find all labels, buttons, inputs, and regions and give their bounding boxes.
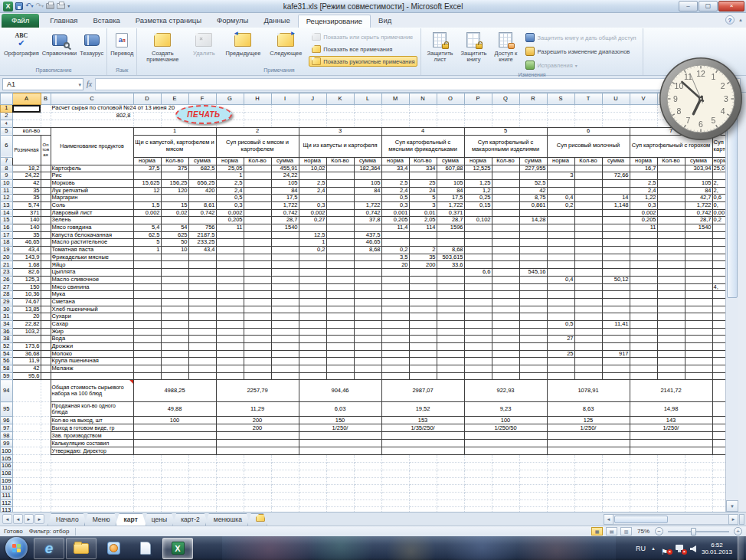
cell[interactable] <box>685 365 712 373</box>
cell[interactable] <box>41 283 51 291</box>
cell[interactable] <box>133 306 161 313</box>
cell[interactable] <box>602 261 630 269</box>
column-header-V[interactable]: V <box>630 93 657 105</box>
row-header-110[interactable]: 110 <box>1 485 13 493</box>
cell[interactable] <box>188 492 216 499</box>
column-header-H[interactable]: H <box>244 93 271 105</box>
cell[interactable] <box>41 224 51 232</box>
cell[interactable] <box>437 172 464 180</box>
cell[interactable]: 140 <box>12 224 41 232</box>
cell[interactable] <box>326 358 354 365</box>
summary-value-cell[interactable]: 153 <box>381 417 464 424</box>
scroll-left-icon[interactable]: ◄ <box>604 514 613 525</box>
cell[interactable] <box>409 328 437 336</box>
summary-value-cell[interactable] <box>133 440 216 447</box>
cell[interactable] <box>657 320 685 328</box>
zoom-level[interactable]: 75% <box>637 528 649 535</box>
dish-name[interactable]: Суп картофельный с мясными фрикадельками <box>381 135 464 157</box>
cell[interactable] <box>244 224 271 232</box>
cell[interactable] <box>437 358 464 365</box>
cell[interactable] <box>492 113 519 120</box>
cell[interactable] <box>326 113 354 120</box>
minimize-button[interactable]: – <box>679 1 698 11</box>
cell[interactable] <box>161 298 188 306</box>
cell[interactable] <box>244 276 271 283</box>
next-sheet-icon[interactable]: ► <box>24 514 34 524</box>
cell[interactable] <box>657 372 685 380</box>
row-header-7[interactable]: 7 <box>1 157 13 165</box>
cell[interactable]: 5 <box>409 195 437 202</box>
cell[interactable] <box>519 172 547 180</box>
cell[interactable] <box>188 358 216 365</box>
cell[interactable] <box>492 224 519 232</box>
cell[interactable] <box>299 463 326 470</box>
cell[interactable] <box>354 477 381 485</box>
subcolumn-header[interactable]: норма <box>630 157 657 165</box>
cell[interactable]: 17,5 <box>437 195 464 202</box>
cell[interactable]: 371 <box>12 209 41 217</box>
cell[interactable] <box>244 187 271 195</box>
cell[interactable]: 16,7 <box>630 165 657 172</box>
cell[interactable]: 35 <box>12 231 41 239</box>
cell[interactable] <box>133 113 161 120</box>
cell[interactable] <box>244 254 271 261</box>
row-header-26[interactable]: 26 <box>1 276 13 283</box>
summary-value-cell[interactable] <box>216 447 299 455</box>
cell[interactable] <box>216 372 244 380</box>
cell[interactable]: 2187,5 <box>188 231 216 239</box>
product-name-cell[interactable]: Фрикадельки мясные <box>51 254 133 261</box>
cell[interactable] <box>685 463 712 470</box>
summary-label-cell[interactable]: Утверждаю: Директор <box>51 447 133 455</box>
cell[interactable] <box>602 165 630 172</box>
cell[interactable] <box>574 195 602 202</box>
cell[interactable] <box>630 485 657 493</box>
taskbar-media-player-button[interactable] <box>98 538 129 559</box>
cell[interactable] <box>161 372 188 380</box>
cell[interactable] <box>547 291 574 299</box>
cell[interactable]: 15,625 <box>133 179 161 187</box>
cell[interactable] <box>271 306 299 313</box>
cell[interactable] <box>437 343 464 351</box>
cell[interactable] <box>602 298 630 306</box>
column-header-U[interactable]: U <box>602 93 630 105</box>
cell[interactable] <box>657 499 685 507</box>
cell[interactable]: 20 <box>381 261 409 269</box>
cell[interactable] <box>216 328 244 336</box>
column-header-F[interactable]: F <box>188 93 216 105</box>
cell[interactable] <box>574 172 602 180</box>
cell[interactable]: 1 <box>299 239 326 247</box>
cell[interactable]: 35 <box>12 187 41 195</box>
cell[interactable] <box>381 499 409 507</box>
cell[interactable] <box>299 477 326 485</box>
cell[interactable] <box>685 343 712 351</box>
product-name-cell[interactable]: Масло сливочное <box>51 276 133 283</box>
cell[interactable] <box>271 350 299 358</box>
cell[interactable]: 24 <box>409 187 437 195</box>
cell[interactable] <box>354 172 381 180</box>
cell[interactable] <box>161 463 188 470</box>
cell[interactable] <box>657 463 685 470</box>
cell[interactable] <box>547 358 574 365</box>
cell[interactable] <box>492 261 519 269</box>
cell[interactable] <box>271 298 299 306</box>
cell[interactable] <box>492 165 519 172</box>
cell[interactable] <box>685 172 712 180</box>
cell[interactable] <box>326 247 354 254</box>
cell[interactable] <box>133 492 161 499</box>
cell[interactable]: 233,25 <box>188 239 216 247</box>
cell[interactable] <box>685 320 712 328</box>
cell[interactable]: 0,3 <box>381 201 409 209</box>
cell[interactable] <box>630 463 657 470</box>
cell[interactable] <box>41 313 51 321</box>
cell[interactable] <box>12 455 41 463</box>
protect-workbook-button[interactable]: Защитить книгу <box>456 28 490 71</box>
cell[interactable] <box>244 172 271 180</box>
zoom-slider[interactable] <box>668 531 729 532</box>
cell[interactable] <box>299 224 326 232</box>
cell[interactable] <box>161 492 188 499</box>
cell[interactable] <box>574 463 602 470</box>
cell[interactable] <box>547 217 574 224</box>
cell[interactable] <box>326 231 354 239</box>
cell[interactable] <box>519 463 547 470</box>
cell[interactable] <box>657 269 685 277</box>
